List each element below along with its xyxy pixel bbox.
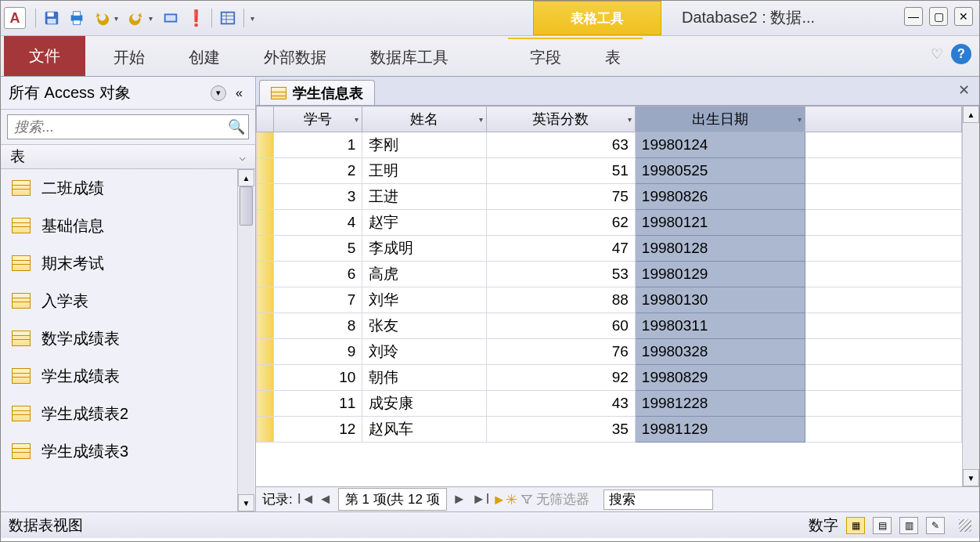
cell-id[interactable]: 7 bbox=[274, 287, 362, 313]
row-selector[interactable] bbox=[257, 184, 274, 210]
datasheet-view-button[interactable]: ▦ bbox=[846, 517, 865, 534]
tab-create[interactable]: 创建 bbox=[167, 39, 242, 76]
datasheet-view-icon[interactable] bbox=[217, 7, 239, 29]
next-record-icon[interactable]: ► bbox=[452, 491, 467, 508]
cell-dob[interactable]: 19980124 bbox=[635, 132, 805, 158]
cell-name[interactable]: 张友 bbox=[362, 313, 486, 339]
pivot-table-view-button[interactable]: ▤ bbox=[873, 517, 892, 534]
cell-empty[interactable] bbox=[805, 210, 962, 236]
cell-id[interactable]: 5 bbox=[274, 236, 362, 262]
table-row[interactable]: 6高虎5319980129 bbox=[257, 262, 962, 287]
minimize-button[interactable]: — bbox=[904, 7, 923, 26]
cell-empty[interactable] bbox=[805, 365, 962, 391]
nav-item-table[interactable]: 入学表 bbox=[1, 282, 236, 320]
select-all-corner[interactable] bbox=[257, 107, 274, 132]
nav-search-input[interactable] bbox=[8, 119, 225, 136]
table-row[interactable]: 4赵宇6219980121 bbox=[257, 210, 962, 236]
nav-category-dropdown-icon[interactable]: ▾ bbox=[211, 85, 226, 101]
cell-name[interactable]: 李成明 bbox=[362, 236, 486, 262]
mode-icon[interactable] bbox=[160, 7, 182, 29]
cell-dob[interactable]: 19980128 bbox=[635, 236, 805, 262]
tab-table[interactable]: 表 bbox=[583, 38, 643, 76]
nav-item-table[interactable]: 二班成绩 bbox=[1, 169, 236, 207]
tab-external-data[interactable]: 外部数据 bbox=[242, 39, 348, 76]
document-tab[interactable]: 学生信息表 bbox=[259, 80, 375, 105]
column-header-dob[interactable]: 出生日期▾ bbox=[635, 107, 805, 132]
undo-dropdown-icon[interactable]: ▾ bbox=[114, 14, 124, 23]
table-row[interactable]: 8张友6019980311 bbox=[257, 313, 962, 339]
cell-name[interactable]: 王进 bbox=[362, 184, 486, 210]
cell-empty[interactable] bbox=[805, 236, 962, 262]
row-selector[interactable] bbox=[257, 287, 274, 313]
table-row[interactable]: 9刘玲7619980328 bbox=[257, 339, 962, 365]
cell-score[interactable]: 53 bbox=[486, 262, 635, 287]
pivot-chart-view-button[interactable]: ▥ bbox=[899, 517, 918, 534]
cell-score[interactable]: 43 bbox=[486, 391, 635, 417]
cell-dob[interactable]: 19980829 bbox=[635, 365, 805, 391]
cell-empty[interactable] bbox=[805, 262, 962, 287]
cell-dob[interactable]: 19980826 bbox=[635, 184, 805, 210]
nav-item-table[interactable]: 学生成绩表 bbox=[1, 357, 236, 395]
column-header-score[interactable]: 英语分数▾ bbox=[486, 107, 635, 132]
tab-fields[interactable]: 字段 bbox=[508, 38, 583, 76]
column-header-id[interactable]: 学号▾ bbox=[274, 107, 362, 132]
nav-group-header-tables[interactable]: 表 ⌵ bbox=[1, 144, 255, 169]
cell-score[interactable]: 51 bbox=[486, 158, 635, 184]
table-row[interactable]: 7刘华8819980130 bbox=[257, 287, 962, 313]
maximize-button[interactable]: ▢ bbox=[929, 7, 948, 26]
row-selector[interactable] bbox=[257, 391, 274, 417]
cell-empty[interactable] bbox=[805, 132, 962, 158]
cell-id[interactable]: 2 bbox=[274, 158, 362, 184]
cell-name[interactable]: 成安康 bbox=[362, 391, 486, 417]
cell-id[interactable]: 9 bbox=[274, 339, 362, 365]
cell-dob[interactable]: 19980311 bbox=[635, 313, 805, 339]
cell-id[interactable]: 6 bbox=[274, 262, 362, 287]
cell-dob[interactable]: 19980129 bbox=[635, 262, 805, 287]
tab-home[interactable]: 开始 bbox=[92, 39, 167, 76]
row-selector[interactable] bbox=[257, 210, 274, 236]
cell-score[interactable]: 63 bbox=[486, 132, 635, 158]
undo-icon[interactable] bbox=[91, 7, 113, 29]
cell-name[interactable]: 刘华 bbox=[362, 287, 486, 313]
nav-item-table[interactable]: 期末考试 bbox=[1, 244, 236, 282]
cell-score[interactable]: 75 bbox=[486, 184, 635, 210]
cell-empty[interactable] bbox=[805, 417, 962, 443]
nav-scrollbar[interactable]: ▲ ▼ bbox=[237, 169, 254, 511]
row-selector[interactable] bbox=[257, 339, 274, 365]
cell-dob[interactable]: 19980121 bbox=[635, 210, 805, 236]
scroll-down-icon[interactable]: ▼ bbox=[963, 469, 979, 486]
table-row[interactable]: 10朝伟9219980829 bbox=[257, 365, 962, 391]
cell-empty[interactable] bbox=[805, 158, 962, 184]
table-row[interactable]: 2王明5119980525 bbox=[257, 158, 962, 184]
cell-id[interactable]: 8 bbox=[274, 313, 362, 339]
cell-id[interactable]: 10 bbox=[274, 365, 362, 391]
cell-dob[interactable]: 19980525 bbox=[635, 158, 805, 184]
new-record-icon[interactable]: ►✳ bbox=[492, 491, 508, 508]
cell-dob[interactable]: 19981129 bbox=[635, 417, 805, 443]
table-row[interactable]: 11成安康4319981228 bbox=[257, 391, 962, 417]
nav-item-table[interactable]: 学生成绩表3 bbox=[1, 432, 236, 470]
filter-indicator[interactable]: 无筛选器 bbox=[521, 490, 589, 508]
nav-item-table[interactable]: 学生成绩表2 bbox=[1, 395, 236, 432]
scroll-up-icon[interactable]: ▲ bbox=[963, 106, 979, 123]
column-dropdown-icon[interactable]: ▾ bbox=[355, 115, 358, 124]
row-selector[interactable] bbox=[257, 365, 274, 391]
resize-grip-icon[interactable] bbox=[959, 519, 971, 532]
cell-score[interactable]: 60 bbox=[486, 313, 635, 339]
table-row[interactable]: 1李刚6319980124 bbox=[257, 132, 962, 158]
cell-id[interactable]: 12 bbox=[274, 417, 362, 443]
row-selector[interactable] bbox=[257, 313, 274, 339]
save-icon[interactable] bbox=[41, 7, 63, 29]
cell-empty[interactable] bbox=[805, 184, 962, 210]
help-icon[interactable]: ? bbox=[951, 44, 971, 64]
cell-score[interactable]: 76 bbox=[486, 339, 635, 365]
cell-dob[interactable]: 19981228 bbox=[635, 391, 805, 417]
column-dropdown-icon[interactable]: ▾ bbox=[479, 115, 483, 124]
row-selector[interactable] bbox=[257, 132, 274, 158]
cell-id[interactable]: 3 bbox=[274, 184, 362, 210]
nav-collapse-icon[interactable]: « bbox=[231, 86, 247, 100]
cell-name[interactable]: 赵风车 bbox=[362, 417, 486, 443]
scroll-thumb[interactable] bbox=[240, 186, 253, 226]
cell-empty[interactable] bbox=[805, 339, 962, 365]
cell-name[interactable]: 朝伟 bbox=[362, 365, 486, 391]
